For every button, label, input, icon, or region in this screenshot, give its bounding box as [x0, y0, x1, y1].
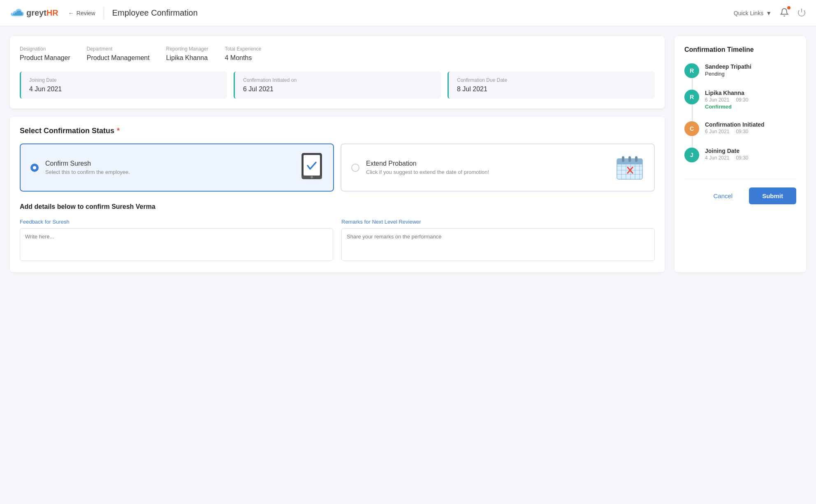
sidebar-actions: Cancel Submit: [684, 179, 796, 204]
timeline-title: Confirmation Timeline: [684, 46, 796, 53]
total-experience-field: Total Experience 4 Months: [225, 46, 261, 62]
back-arrow-icon: ←: [68, 10, 74, 16]
timeline-content-confirmation: Confirmation Initiated 6 Jun 2021 09:30: [705, 121, 765, 135]
chevron-down-icon: ▼: [766, 10, 772, 16]
avatar-confirmation: C: [684, 121, 699, 136]
avatar-sandeep: R: [684, 63, 699, 78]
timeline-name-lipika: Lipika Khanna: [705, 90, 748, 96]
department-label: Department: [87, 46, 150, 52]
submit-button[interactable]: Submit: [749, 187, 796, 204]
left-content: Designation Product Manager Department P…: [10, 36, 665, 272]
header-right: Quick Links ▼: [734, 8, 806, 18]
timeline-meta-lipika: 6 Jun 2021 09:30: [705, 97, 748, 103]
header: greytHR ← Review Employee Confirmation Q…: [0, 0, 816, 26]
logo-grey-text: greyt: [26, 8, 46, 17]
confirmation-initiated-label: Confirmation Initiated on: [243, 77, 433, 83]
department-value: Product Management: [87, 54, 150, 62]
timeline-item: J Joining Date 4 Jun 2021 09:30: [684, 148, 796, 162]
confirmation-initiated-value: 6 Jul 2021: [243, 86, 433, 93]
joining-date-box: Joining Date 4 Jun 2021: [20, 72, 227, 99]
feedback-field: Feedback for Suresh: [20, 219, 333, 262]
section-title: Select Confirmation Status *: [20, 127, 655, 135]
page-title: Employee Confirmation: [112, 8, 198, 18]
timeline-name-joining: Joining Date: [705, 148, 748, 154]
extend-radio[interactable]: [351, 164, 359, 172]
header-divider: [104, 7, 104, 19]
calendar-icon: [615, 154, 644, 182]
required-star: *: [117, 127, 120, 135]
avatar-lipika: R: [684, 90, 699, 104]
power-icon[interactable]: [797, 8, 806, 18]
employee-info-card: Designation Product Manager Department P…: [10, 36, 665, 109]
back-button[interactable]: ← Review: [68, 10, 95, 16]
confirmation-due-box: Confirmation Due Date 8 Jul 2021: [447, 72, 655, 99]
timeline-content-joining: Joining Date 4 Jun 2021 09:30: [705, 148, 748, 162]
designation-label: Designation: [20, 46, 70, 52]
section-title-text: Select Confirmation Status: [20, 127, 114, 135]
timeline-status-sandeep: Pending: [705, 71, 751, 77]
total-experience-value: 4 Months: [225, 54, 261, 62]
quick-links-button[interactable]: Quick Links ▼: [734, 10, 772, 16]
bell-icon[interactable]: [780, 8, 789, 18]
quick-links-label: Quick Links: [734, 10, 763, 16]
reporting-manager-field: Reporting Manager Lipika Khanna: [166, 46, 209, 62]
remarks-label: Remarks for Next Level Reviewer: [341, 219, 655, 225]
extend-option-text: Extend Probation Click if you suggest to…: [366, 160, 489, 175]
timeline-item: R Lipika Khanna 6 Jun 2021 09:30 Confirm…: [684, 90, 796, 110]
timeline-time-lipika: 09:30: [736, 97, 748, 103]
info-top-row: Designation Product Manager Department P…: [20, 46, 655, 62]
avatar-joining: J: [684, 148, 699, 162]
right-sidebar: Confirmation Timeline R Sandeep Tripathi…: [675, 36, 806, 272]
back-label: Review: [76, 10, 95, 16]
feedback-label: Feedback for Suresh: [20, 219, 333, 225]
timeline-time-joining: 09:30: [736, 155, 748, 161]
confirm-icon: [300, 153, 323, 183]
logo-hr-text: HR: [46, 8, 58, 17]
designation-field: Designation Product Manager: [20, 46, 70, 62]
joining-date-value: 4 Jun 2021: [29, 86, 219, 93]
timeline-status-lipika: Confirmed: [705, 104, 748, 110]
svg-rect-10: [628, 156, 631, 162]
extend-option-card[interactable]: Extend Probation Click if you suggest to…: [341, 143, 655, 192]
notification-badge: [787, 6, 790, 9]
timeline-date-lipika: 6 Jun 2021: [705, 97, 729, 103]
confirm-radio[interactable]: [30, 164, 39, 172]
designation-value: Product Manager: [20, 54, 70, 62]
confirm-option-text: Confirm Suresh Select this to confirm th…: [45, 160, 130, 175]
cancel-button[interactable]: Cancel: [702, 187, 744, 204]
svg-rect-9: [622, 156, 624, 162]
timeline-content-lipika: Lipika Khanna 6 Jun 2021 09:30 Confirmed: [705, 90, 748, 110]
svg-rect-11: [635, 156, 638, 162]
remarks-textarea[interactable]: [341, 228, 655, 261]
confirmation-timeline: R Sandeep Tripathi Pending R Lipika Khan…: [684, 63, 796, 162]
svg-rect-3: [304, 155, 320, 176]
confirm-option-desc: Select this to confirm the employee.: [45, 169, 130, 175]
extend-option-title: Extend Probation: [366, 160, 489, 167]
confirmation-initiated-box: Confirmation Initiated on 6 Jul 2021: [234, 72, 441, 99]
timeline-date-confirmation: 6 Jun 2021: [705, 129, 729, 134]
timeline-name-sandeep: Sandeep Tripathi: [705, 63, 751, 70]
timeline-name-confirmation: Confirmation Initiated: [705, 121, 765, 128]
confirmation-due-value: 8 Jul 2021: [457, 86, 647, 93]
confirm-option-title: Confirm Suresh: [45, 160, 130, 167]
main-container: Designation Product Manager Department P…: [0, 26, 816, 282]
timeline-content-sandeep: Sandeep Tripathi Pending: [705, 63, 751, 77]
date-row: Joining Date 4 Jun 2021 Confirmation Ini…: [20, 72, 655, 99]
timeline-meta-confirmation: 6 Jun 2021 09:30: [705, 129, 765, 134]
remarks-field: Remarks for Next Level Reviewer: [341, 219, 655, 262]
timeline-date-joining: 4 Jun 2021: [705, 155, 729, 161]
extend-option-desc: Click if you suggest to extend the date …: [366, 169, 489, 175]
details-title: Add details below to confirm Suresh Verm…: [20, 203, 655, 210]
svg-point-5: [311, 176, 313, 178]
options-row: Confirm Suresh Select this to confirm th…: [20, 143, 655, 192]
status-selection-card: Select Confirmation Status * Confirm Sur…: [10, 117, 665, 272]
logo-cloud-icon: [10, 7, 25, 19]
confirm-option-card[interactable]: Confirm Suresh Select this to confirm th…: [20, 143, 334, 192]
feedback-row: Feedback for Suresh Remarks for Next Lev…: [20, 219, 655, 262]
department-field: Department Product Management: [87, 46, 150, 62]
feedback-textarea[interactable]: [20, 228, 333, 261]
timeline-meta-joining: 4 Jun 2021 09:30: [705, 155, 748, 161]
confirmation-due-label: Confirmation Due Date: [457, 77, 647, 83]
timeline-item: R Sandeep Tripathi Pending: [684, 63, 796, 78]
timeline-time-confirmation: 09:30: [736, 129, 748, 134]
